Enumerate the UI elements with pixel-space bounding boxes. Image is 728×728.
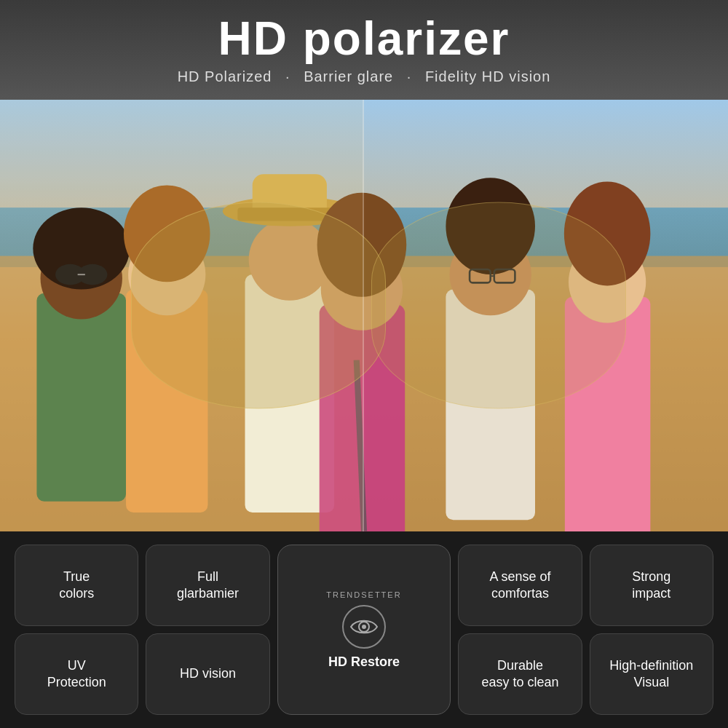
- badge-high-def-visual: High-definitionVisual: [590, 633, 713, 715]
- badge-full-glarbamier: Fullglarbamier: [146, 545, 269, 626]
- center-badge: TRENDSETTER HD Restore: [277, 545, 451, 715]
- badge-true-colors: Truecolors: [15, 545, 138, 626]
- eye-svg: [350, 617, 378, 636]
- badge-uv-protection: UVProtection: [15, 633, 138, 715]
- vertical-divider: [363, 100, 364, 531]
- badge-durable: Durableeasy to clean: [458, 633, 582, 715]
- dot-2: ·: [407, 68, 412, 84]
- subtitle-part-3: Fidelity HD vision: [425, 68, 550, 84]
- feature-grid-inner: Truecolors Fullglarbamier TRENDSETTER HD…: [15, 545, 713, 715]
- subtitle-part-1: HD Polarized: [178, 68, 272, 84]
- main-title: HD polarizer: [15, 13, 713, 64]
- image-section: [0, 100, 728, 531]
- badge-strong-impact: Strongimpact: [590, 545, 713, 626]
- lens-left-overlay: [131, 202, 386, 408]
- badge-sense-comfort: A sense ofcomfortas: [458, 545, 582, 626]
- beach-scene: [0, 100, 728, 531]
- badge-hd-vision: HD vision: [146, 633, 269, 715]
- feature-grid: Truecolors Fullglarbamier TRENDSETTER HD…: [0, 531, 728, 728]
- restore-label: HD Restore: [328, 654, 400, 670]
- page-wrapper: HD polarizer HD Polarized · Barrier glar…: [0, 0, 728, 728]
- header-section: HD polarizer HD Polarized · Barrier glar…: [0, 0, 728, 100]
- brand-label: TRENDSETTER: [326, 590, 401, 599]
- svg-point-32: [362, 625, 366, 629]
- eye-icon: [342, 605, 386, 649]
- dot-1: ·: [285, 68, 290, 84]
- subtitle-part-2: Barrier glare: [304, 68, 393, 84]
- header-subtitle: HD Polarized · Barrier glare · Fidelity …: [15, 68, 713, 85]
- lens-right-overlay: [371, 202, 626, 408]
